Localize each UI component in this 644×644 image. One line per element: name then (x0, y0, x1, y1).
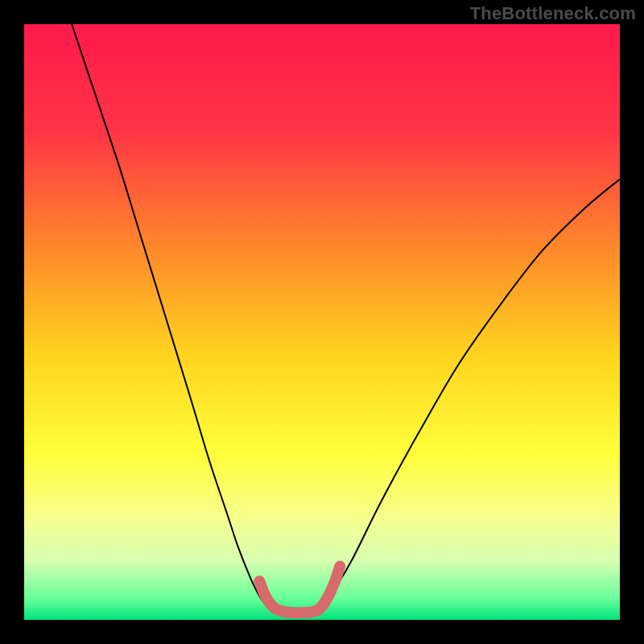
chart-frame: TheBottleneck.com (0, 0, 644, 644)
plot-background (24, 24, 620, 620)
bottleneck-chart (0, 0, 644, 644)
